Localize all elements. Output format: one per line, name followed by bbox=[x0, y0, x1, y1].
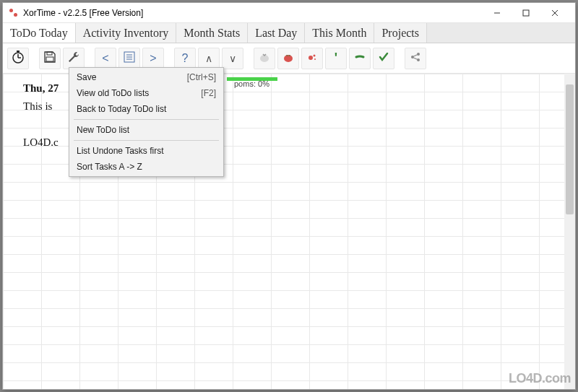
help-button[interactable]: ? bbox=[174, 48, 196, 69]
svg-line-23 bbox=[414, 55, 418, 56]
app-window: XorTime - v2.2.5 [Free Version] ToDo Tod… bbox=[2, 2, 576, 390]
tab-todo-today[interactable]: ToDo Today bbox=[3, 23, 76, 43]
stopwatch-icon bbox=[11, 50, 25, 66]
green-dash-button[interactable] bbox=[349, 48, 371, 69]
tab-bar: ToDo Today Activity Inventory Month Stat… bbox=[3, 23, 575, 43]
tools-dropdown-menu: Save [Ctrl+S] View old ToDo lists [F2] B… bbox=[69, 67, 224, 177]
menu-view-old[interactable]: View old ToDo lists [F2] bbox=[71, 85, 222, 101]
chevron-left-icon: < bbox=[102, 52, 108, 65]
move-up-button[interactable]: ∧ bbox=[198, 48, 220, 69]
date-header: Thu, 27 bbox=[23, 82, 59, 95]
wrench-icon bbox=[67, 51, 80, 66]
watermark: LO4D.com bbox=[509, 371, 571, 386]
save-button[interactable] bbox=[39, 48, 61, 69]
app-icon bbox=[9, 8, 19, 18]
svg-rect-10 bbox=[46, 57, 53, 61]
menu-undone-first-label: List Undone Tasks first bbox=[77, 146, 164, 156]
chevron-down-icon: ∨ bbox=[229, 53, 236, 64]
menu-new-list-label: New ToDo list bbox=[77, 125, 129, 135]
vertical-scrollbar[interactable] bbox=[564, 74, 575, 389]
menu-separator bbox=[74, 140, 219, 141]
menu-sort-az[interactable]: Sort Tasks A -> Z bbox=[71, 159, 222, 175]
gray-tomato-button[interactable] bbox=[254, 48, 275, 69]
next-button[interactable]: > bbox=[142, 48, 164, 69]
done-button[interactable] bbox=[373, 48, 394, 69]
menu-view-old-shortcut: [F2] bbox=[201, 88, 216, 98]
maximize-button[interactable] bbox=[512, 4, 540, 22]
minimize-button[interactable] bbox=[483, 4, 512, 22]
svg-rect-5 bbox=[17, 51, 20, 52]
svg-point-21 bbox=[417, 53, 420, 56]
list-icon bbox=[124, 51, 135, 65]
window-controls bbox=[483, 4, 569, 22]
svg-point-18 bbox=[314, 55, 316, 57]
tools-button[interactable] bbox=[63, 48, 85, 69]
scrollbar-thumb[interactable] bbox=[566, 84, 574, 214]
menu-back-today[interactable]: Back to Today ToDo list bbox=[71, 101, 222, 117]
timer-button[interactable] bbox=[7, 48, 29, 69]
share-icon bbox=[410, 51, 421, 65]
stats-text: poms: 0% bbox=[234, 79, 269, 88]
tomato-icon bbox=[282, 51, 294, 65]
task-row-2[interactable]: LO4D.c bbox=[23, 136, 59, 149]
svg-line-24 bbox=[414, 58, 418, 59]
dash-icon bbox=[354, 51, 366, 65]
task-row-1[interactable]: This is bbox=[23, 100, 52, 113]
menu-new-list[interactable]: New ToDo list bbox=[71, 122, 222, 138]
question-icon: ? bbox=[182, 52, 189, 65]
apostrophe-icon: ' bbox=[335, 51, 337, 66]
menu-back-today-label: Back to Today ToDo list bbox=[77, 104, 166, 114]
svg-point-17 bbox=[309, 56, 313, 60]
close-button[interactable] bbox=[540, 4, 569, 22]
titlebar: XorTime - v2.2.5 [Free Version] bbox=[3, 3, 575, 23]
tab-activity-inventory[interactable]: Activity Inventory bbox=[76, 23, 177, 43]
menu-view-old-label: View old ToDo lists bbox=[77, 88, 149, 98]
menu-separator bbox=[74, 119, 219, 120]
green-mark-button[interactable]: ' bbox=[325, 48, 347, 69]
prev-button[interactable]: < bbox=[95, 48, 116, 69]
move-down-button[interactable]: ∨ bbox=[222, 48, 243, 69]
tab-month-stats[interactable]: Month Stats bbox=[176, 23, 248, 43]
chevron-right-icon: > bbox=[150, 52, 156, 65]
window-title: XorTime - v2.2.5 [Free Version] bbox=[23, 8, 483, 18]
splash-icon bbox=[306, 51, 318, 65]
menu-save[interactable]: Save [Ctrl+S] bbox=[71, 69, 222, 85]
svg-point-16 bbox=[284, 55, 293, 62]
tab-last-day[interactable]: Last Day bbox=[248, 23, 305, 43]
tomato-gray-icon bbox=[259, 51, 270, 65]
menu-sort-az-label: Sort Tasks A -> Z bbox=[77, 162, 142, 172]
share-button[interactable] bbox=[405, 48, 426, 69]
menu-save-label: Save bbox=[77, 72, 96, 82]
check-icon bbox=[378, 51, 389, 65]
tab-this-month[interactable]: This Month bbox=[305, 23, 374, 43]
svg-point-19 bbox=[314, 58, 316, 60]
list-button[interactable] bbox=[118, 48, 140, 69]
svg-rect-1 bbox=[523, 10, 529, 16]
tab-projects[interactable]: Projects bbox=[374, 23, 427, 43]
red-tomato-button[interactable] bbox=[277, 48, 299, 69]
chevron-up-icon: ∧ bbox=[205, 53, 212, 64]
svg-point-22 bbox=[417, 58, 420, 61]
interruption-button[interactable] bbox=[301, 48, 323, 69]
save-icon bbox=[43, 51, 56, 66]
menu-save-shortcut: [Ctrl+S] bbox=[187, 72, 216, 82]
menu-undone-first[interactable]: List Undone Tasks first bbox=[71, 143, 222, 159]
